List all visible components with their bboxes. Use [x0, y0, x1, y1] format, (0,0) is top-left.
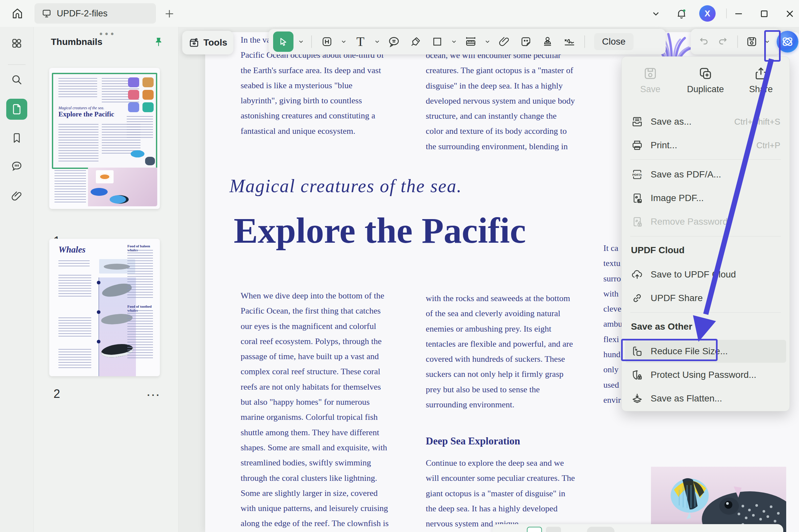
highlighter-icon	[410, 36, 421, 48]
document-text-line: used	[603, 378, 622, 393]
fish-image	[131, 150, 144, 157]
menu-section-save-as-other: Save as Other	[631, 321, 692, 332]
document-text-line: through the coral clusters like lightnin…	[241, 471, 387, 486]
account-avatar[interactable]: X	[699, 5, 715, 22]
striped-fish-image	[110, 195, 129, 204]
document-text-line: Pacific Ocean, the first thing that catc…	[241, 303, 387, 319]
page-icon	[11, 103, 22, 115]
select-tool-chevron[interactable]	[297, 33, 305, 51]
thumbnail-page-1[interactable]: Magical creatures of the sea. Explore th…	[49, 68, 160, 209]
sidebar-item-overview[interactable]	[6, 33, 27, 54]
minimize-button[interactable]	[731, 6, 746, 22]
coral-image	[143, 90, 153, 100]
sidebar-item-comments[interactable]	[6, 156, 27, 177]
timeline-dot	[97, 281, 101, 284]
nav-pill[interactable]	[587, 527, 615, 532]
save-button[interactable]	[743, 33, 761, 51]
menu-divider	[630, 312, 781, 312]
nav-button[interactable]	[546, 527, 561, 532]
document-text-line: astonishing creatures and constituting a	[241, 108, 385, 123]
comment-bubble-icon	[388, 35, 400, 48]
shield-lock-icon	[631, 369, 643, 381]
menu-duplicate-button[interactable]: Duplicate	[686, 66, 725, 102]
document-text-line: cleve	[603, 301, 622, 317]
close-editor-button[interactable]: Close	[594, 33, 634, 50]
document-text-line: but also "happy homes" for numerous	[241, 395, 387, 410]
menu-save-button[interactable]: Save	[631, 66, 670, 102]
paperclip-icon	[11, 190, 23, 202]
thumbnail-page-2[interactable]: Whales Food of baleen whales Food of too…	[49, 239, 160, 376]
blue-tang-image	[91, 188, 108, 196]
shape-tool-chevron[interactable]	[450, 33, 458, 51]
maximize-button[interactable]	[756, 6, 772, 22]
panel-title: Thumbnails	[51, 37, 103, 47]
document-tab[interactable]: UPDF-2-files	[35, 3, 156, 24]
menu-item-label: UPDF Share	[651, 293, 780, 303]
undo-icon	[697, 36, 709, 47]
menu-divider	[630, 236, 781, 236]
menu-item-save-to-cloud[interactable]: Save to UPDF Cloud	[625, 263, 786, 286]
document-text-line: the deep sea. It has a highly developed	[426, 501, 574, 516]
menu-item-protect-password[interactable]: Protect Using Password...	[625, 363, 786, 386]
menu-item-remove-password[interactable]: Remove Password	[625, 210, 786, 233]
menu-item-image-pdf[interactable]: Image PDF...	[625, 187, 786, 210]
stamp-tool-button[interactable]	[538, 33, 557, 51]
timeline-dot	[97, 310, 101, 314]
tools-button[interactable]: Tools	[182, 31, 233, 54]
close-window-button[interactable]	[782, 6, 798, 22]
select-tool-button[interactable]	[273, 32, 293, 52]
sticker-tool-button[interactable]	[517, 33, 535, 51]
sidebar-item-bookmarks[interactable]	[6, 128, 27, 149]
notifications-button[interactable]	[674, 6, 689, 22]
text-tool-chevron[interactable]	[373, 33, 381, 51]
rail-divider	[8, 64, 25, 65]
new-tab-button[interactable]	[163, 7, 176, 20]
collapse-toolbar-button[interactable]	[648, 6, 664, 22]
menu-item-updf-share[interactable]: UPDF Share	[625, 287, 786, 310]
highlighter-tool-button[interactable]	[406, 33, 425, 51]
home-button[interactable]	[8, 5, 26, 22]
document-text-line: disguise" in the deep sea. It has a high…	[426, 78, 574, 94]
comment-tool-button[interactable]	[385, 33, 403, 51]
menu-share-button[interactable]: Share	[741, 66, 781, 102]
measure-tool-button[interactable]	[461, 33, 480, 51]
edit-heading-tool-button[interactable]	[318, 33, 336, 51]
text-tool-button[interactable]: T	[351, 33, 370, 51]
undo-button[interactable]	[694, 33, 712, 51]
menu-share-label: Share	[749, 84, 773, 94]
page-navigation-bar	[492, 524, 783, 532]
timeline-dot	[97, 340, 101, 343]
redo-button[interactable]	[714, 33, 733, 51]
column-2-top: ocean, we will encounter some peculiarcr…	[426, 48, 574, 154]
document-text-line: suckers can not only help it firmly gras…	[426, 367, 574, 382]
attach-tool-button[interactable]	[495, 33, 513, 51]
sidebar-item-thumbnails[interactable]	[6, 99, 27, 120]
cloud-upload-icon	[631, 268, 643, 281]
document-text-line: textu	[603, 256, 622, 271]
page-2-options-button[interactable]: ···	[147, 390, 161, 401]
menu-item-label: Save as PDF/A...	[651, 169, 780, 180]
document-text-line: our eyes is the magnificent and colorful	[241, 319, 387, 334]
link-icon	[631, 292, 643, 304]
search-icon	[11, 74, 23, 86]
document-text-line: structure, and can instantly change the	[426, 109, 574, 124]
nav-active-button[interactable]	[527, 527, 542, 532]
menu-item-save-as[interactable]: Save as... Ctrl+Shift+S	[625, 110, 786, 133]
pin-panel-button[interactable]	[151, 35, 166, 49]
measure-tool-chevron[interactable]	[483, 33, 492, 51]
menu-item-print[interactable]: Print... Ctrl+P	[625, 134, 786, 157]
document-text-line: passage of time, have built up a vast an…	[241, 349, 387, 364]
fish-image	[145, 157, 155, 165]
sidebar-item-search[interactable]	[6, 69, 27, 90]
menu-item-save-as-pdfa[interactable]: PDF/A Save as PDF/A...	[625, 163, 786, 186]
shape-tool-button[interactable]	[428, 33, 447, 51]
signature-tool-button[interactable]	[560, 33, 578, 51]
coral-image	[143, 102, 153, 112]
menu-item-label: Save as...	[651, 116, 727, 127]
timeline-line	[98, 278, 99, 376]
coral-image	[143, 77, 153, 87]
sidebar-item-attachments[interactable]	[6, 186, 27, 207]
menu-item-save-as-flatten[interactable]: Save as Flatten...	[625, 387, 786, 410]
heading-tool-chevron[interactable]	[340, 33, 348, 51]
document-text-line: fantastical and unique ecosystem.	[241, 124, 385, 139]
